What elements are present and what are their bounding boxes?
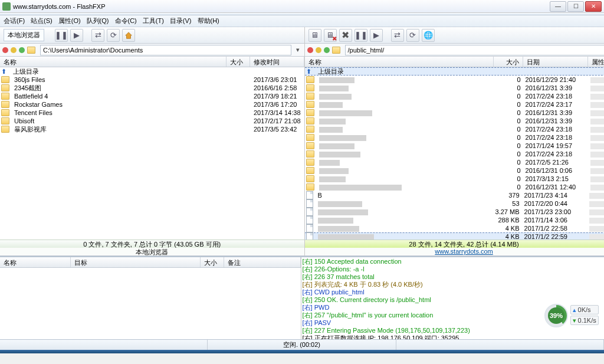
parent-dir-icon[interactable]: ⬆	[306, 68, 314, 76]
list-item[interactable]: 02016/12/31 3:39	[305, 109, 604, 117]
pause-icon[interactable]: ❚❚	[55, 29, 68, 42]
list-item[interactable]: 3.27 MB2017/1/23 23:00	[305, 208, 604, 216]
window-title: www.starrydots.com - FlashFXP	[13, 3, 549, 10]
qcol-target[interactable]: 目标	[71, 257, 201, 267]
maximize-button[interactable]: ☐	[567, 1, 584, 12]
upload-speed: ▴ 0K/s	[570, 305, 599, 314]
list-item[interactable]: Ubisoft2017/2/17 21:08	[0, 117, 304, 125]
list-item[interactable]: 02017/2/24 23:18	[305, 133, 604, 142]
parent-dir[interactable]: 上级目录	[11, 67, 237, 76]
folder-icon	[306, 134, 314, 141]
list-item[interactable]: 02016/12/29 21:40	[305, 76, 604, 84]
remote-pane: 🖥 🖥✖ ✖ ❚❚ ▶ ⇄ ⟳ 🌐 /public_html/ ▾ 名称 大小 …	[305, 27, 604, 256]
local-browser-tab[interactable]: 本地浏览器	[4, 29, 44, 41]
qcol-size[interactable]: 大小	[201, 257, 224, 267]
list-item[interactable]: 2345截图2016/6/16 2:58	[0, 84, 304, 92]
list-item[interactable]: 02016/12/31 3:39	[305, 84, 604, 92]
parent-dir[interactable]: 上级目录	[316, 67, 504, 76]
qcol-name[interactable]: 名称	[0, 257, 71, 267]
path-dropdown-icon[interactable]: ▾	[294, 46, 302, 54]
qcol-note[interactable]: 备注	[224, 257, 301, 267]
folder-icon	[1, 109, 9, 116]
folder-icon	[1, 117, 9, 124]
disconnect-icon[interactable]: 🖥✖	[324, 29, 337, 42]
folder-icon	[306, 117, 314, 124]
remote-status: 28 文件, 14 文件夹, 42 总计 (4.14 MB)	[305, 240, 604, 248]
globe-icon[interactable]: 🌐	[422, 29, 435, 42]
minimize-button[interactable]: —	[550, 1, 566, 12]
list-item[interactable]: 02017/2/24 23:18	[305, 125, 604, 133]
remote-list-header[interactable]: 名称 大小 日期 属性	[305, 57, 604, 67]
list-item[interactable]: 288 KB2017/1/14 3:06	[305, 216, 604, 224]
queue-header[interactable]: 名称 目标 大小 备注	[0, 257, 301, 268]
transfer-icon[interactable]: ⇄	[91, 29, 104, 42]
pause-icon[interactable]: ❚❚	[354, 29, 367, 42]
menu-tool[interactable]: 工具(T)	[143, 17, 164, 25]
list-item[interactable]: 02016/12/31 3:39	[305, 117, 604, 125]
list-item[interactable]: 02017/2/24 23:18	[305, 92, 604, 100]
list-item[interactable]: Rockstar Games2017/3/6 17:20	[0, 100, 304, 109]
col-name[interactable]: 名称	[305, 57, 494, 67]
home-icon[interactable]	[122, 29, 135, 42]
remote-path-input[interactable]: /public_html/	[345, 45, 604, 55]
parent-dir-icon[interactable]: ⬆	[1, 68, 9, 76]
menu-queue[interactable]: 队列(Q)	[87, 17, 109, 25]
folder-icon	[306, 142, 314, 149]
connect-icon[interactable]: 🖥	[308, 29, 321, 42]
local-substatus: 本地浏览器	[0, 248, 304, 256]
menu-command[interactable]: 命令(C)	[115, 17, 137, 25]
col-name[interactable]: 名称	[0, 57, 226, 67]
list-item[interactable]: B3792017/1/23 4:14	[305, 191, 604, 199]
folder-icon	[1, 76, 9, 83]
remote-substatus[interactable]: www.starrydots.com	[305, 248, 604, 256]
refresh-icon[interactable]: ⟳	[107, 29, 120, 42]
list-item[interactable]: Battlefield 42017/3/9 18:21	[0, 92, 304, 100]
local-path-input[interactable]: C:\Users\Administrator\Documents	[40, 45, 291, 55]
list-item[interactable]: 4 KB2017/1/2 22:58	[305, 224, 604, 232]
abort-icon[interactable]: ✖	[339, 29, 352, 42]
play-icon[interactable]: ▶	[70, 29, 83, 42]
queue-pane: 名称 目标 大小 备注	[0, 257, 301, 339]
list-item[interactable]: 暴风影视库2017/3/5 23:42	[0, 125, 304, 133]
file-icon	[306, 232, 313, 240]
list-item[interactable]: 532017/2/20 0:44	[305, 199, 604, 208]
transfer-icon[interactable]: ⇄	[391, 29, 404, 42]
list-item[interactable]: 02017/2/24 23:18	[305, 150, 604, 158]
col-size[interactable]: 大小	[494, 57, 523, 67]
folder-icon	[1, 126, 9, 133]
col-date[interactable]: 修改时间	[250, 57, 304, 67]
play-icon[interactable]: ▶	[370, 29, 383, 42]
refresh-icon[interactable]: ⟳	[406, 29, 419, 42]
list-item[interactable]: 02017/2/24 23:17	[305, 100, 604, 109]
list-item[interactable]: 02017/1/24 19:57	[305, 142, 604, 150]
list-item[interactable]: 02016/12/31 0:06	[305, 166, 604, 175]
folder-icon	[332, 47, 340, 54]
status-light-yellow	[11, 47, 17, 53]
local-file-list[interactable]: ⬆上级目录360js Files2017/3/6 23:012345截图2016…	[0, 67, 304, 240]
menu-option[interactable]: 属性(O)	[58, 17, 81, 25]
menu-site[interactable]: 站点(S)	[31, 17, 52, 25]
list-item[interactable]: 4 KB2017/1/2 22:59	[305, 232, 604, 240]
list-item[interactable]: 02017/3/13 2:15	[305, 175, 604, 183]
col-date[interactable]: 日期	[523, 57, 588, 67]
status-light-red	[2, 47, 8, 53]
menu-session[interactable]: 会话(F)	[4, 17, 25, 25]
col-size[interactable]: 大小	[226, 57, 250, 67]
menubar[interactable]: 会话(F) 站点(S) 属性(O) 队列(Q) 命令(C) 工具(T) 目录(V…	[0, 15, 604, 27]
list-item[interactable]: Tencent Files2017/3/14 14:38	[0, 109, 304, 117]
local-list-header[interactable]: 名称 大小 修改时间	[0, 57, 304, 67]
folder-icon	[1, 93, 9, 100]
list-item[interactable]: 360js Files2017/3/6 23:01	[0, 76, 304, 84]
list-item[interactable]: 02016/12/31 12:40	[305, 183, 604, 191]
close-button[interactable]: ✕	[585, 1, 602, 12]
remote-file-list[interactable]: ⬆上级目录02016/12/29 21:4002016/12/31 3:3902…	[305, 67, 604, 240]
queue-body[interactable]	[0, 268, 301, 339]
app-icon	[2, 2, 11, 11]
menu-dir[interactable]: 目录(V)	[170, 17, 192, 25]
list-item[interactable]: 02017/2/5 21:26	[305, 158, 604, 166]
col-attr[interactable]: 属性	[588, 57, 604, 67]
menu-help[interactable]: 帮助(H)	[198, 17, 219, 25]
status-light-green	[19, 47, 25, 53]
log-pane[interactable]: [右] 150 Accepted data connection[右] 226-…	[301, 257, 605, 339]
status-idle: 空闲. (00:02)	[208, 340, 396, 350]
